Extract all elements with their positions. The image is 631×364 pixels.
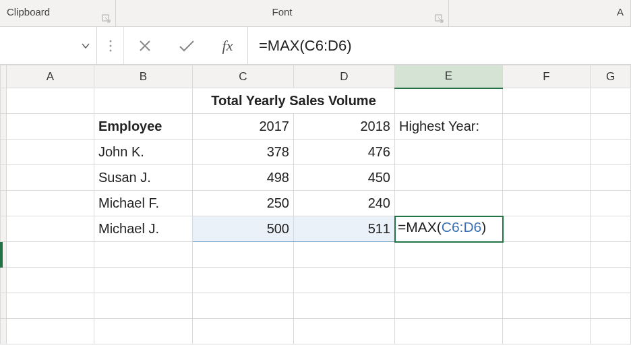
- cell[interactable]: [7, 140, 94, 165]
- cell[interactable]: 500: [193, 216, 294, 242]
- cell[interactable]: 511: [294, 216, 395, 242]
- ribbon-group-font[interactable]: Font: [116, 0, 449, 26]
- cell[interactable]: [591, 114, 631, 140]
- cell[interactable]: Michael J.: [94, 216, 193, 242]
- cell[interactable]: [94, 293, 193, 319]
- cell[interactable]: [591, 293, 631, 319]
- cell[interactable]: [7, 165, 94, 191]
- cell[interactable]: [503, 88, 591, 114]
- cell[interactable]: [503, 319, 591, 344]
- cell[interactable]: [395, 165, 503, 191]
- col-header-G[interactable]: G: [591, 65, 631, 88]
- col-header-C[interactable]: C: [193, 65, 294, 88]
- cell[interactable]: [294, 293, 395, 319]
- cancel-button[interactable]: [124, 27, 166, 64]
- cell[interactable]: 450: [294, 165, 395, 191]
- more-icon[interactable]: [97, 27, 124, 64]
- name-box[interactable]: [0, 27, 97, 64]
- cell[interactable]: [395, 140, 503, 165]
- cell[interactable]: Employee: [94, 114, 193, 140]
- col-header-F[interactable]: F: [503, 65, 591, 88]
- cell[interactable]: [94, 268, 193, 293]
- cell[interactable]: [395, 268, 503, 293]
- cell[interactable]: [591, 88, 631, 114]
- cell[interactable]: [395, 293, 503, 319]
- sheet-table[interactable]: A B C D E F G Total Yearly Sales Volume: [0, 65, 631, 344]
- row-header[interactable]: [1, 319, 7, 344]
- dialog-launcher-icon[interactable]: [435, 14, 444, 24]
- cell[interactable]: [7, 114, 94, 140]
- ribbon-group-alignment[interactable]: A: [449, 0, 631, 26]
- cell[interactable]: [94, 242, 193, 268]
- cell[interactable]: [503, 216, 591, 242]
- cell[interactable]: 2018: [294, 114, 395, 140]
- cell[interactable]: [395, 319, 503, 344]
- row-header[interactable]: [1, 191, 7, 216]
- col-header-D[interactable]: D: [294, 65, 395, 88]
- cell[interactable]: John K.: [94, 140, 193, 165]
- cell[interactable]: [591, 319, 631, 344]
- cell[interactable]: [7, 191, 94, 216]
- cell[interactable]: [94, 319, 193, 344]
- cell[interactable]: [7, 88, 94, 114]
- cell[interactable]: [503, 165, 591, 191]
- cell[interactable]: [591, 216, 631, 242]
- chevron-down-icon[interactable]: [82, 40, 90, 52]
- cell[interactable]: Susan J.: [94, 165, 193, 191]
- cell-editing[interactable]: =MAX(C6:D6): [395, 216, 503, 242]
- cell[interactable]: [591, 140, 631, 165]
- cell[interactable]: 378: [193, 140, 294, 165]
- cell[interactable]: [193, 242, 294, 268]
- col-header-B[interactable]: B: [94, 65, 193, 88]
- cell[interactable]: Michael F.: [94, 191, 193, 216]
- spreadsheet-grid[interactable]: A B C D E F G Total Yearly Sales Volume: [0, 65, 631, 344]
- cell[interactable]: [294, 319, 395, 344]
- cell[interactable]: [503, 293, 591, 319]
- cell[interactable]: [591, 268, 631, 293]
- row-header[interactable]: [1, 140, 7, 165]
- cell[interactable]: 240: [294, 191, 395, 216]
- enter-button[interactable]: [166, 27, 208, 64]
- cell[interactable]: [294, 268, 395, 293]
- dialog-launcher-icon[interactable]: [102, 14, 111, 24]
- cell[interactable]: [7, 293, 94, 319]
- cell[interactable]: [7, 268, 94, 293]
- insert-function-button[interactable]: fx: [208, 27, 248, 64]
- cell[interactable]: [503, 140, 591, 165]
- col-header-E[interactable]: E: [395, 65, 503, 88]
- cell[interactable]: Highest Year:: [395, 114, 503, 140]
- cell[interactable]: [7, 216, 94, 242]
- cell[interactable]: [503, 242, 591, 268]
- cell[interactable]: [503, 191, 591, 216]
- cell[interactable]: 476: [294, 140, 395, 165]
- row-header[interactable]: [1, 88, 7, 114]
- cell[interactable]: [503, 268, 591, 293]
- cell[interactable]: [294, 242, 395, 268]
- cell[interactable]: [193, 268, 294, 293]
- cell[interactable]: [591, 191, 631, 216]
- col-header-A[interactable]: A: [7, 65, 94, 88]
- row-header[interactable]: [1, 165, 7, 191]
- formula-input[interactable]: =MAX(C6:D6): [248, 27, 631, 64]
- cell[interactable]: [193, 319, 294, 344]
- cell[interactable]: [591, 165, 631, 191]
- cell[interactable]: [395, 191, 503, 216]
- cell-title[interactable]: Total Yearly Sales Volume: [193, 88, 395, 114]
- cell[interactable]: [94, 88, 193, 114]
- cell[interactable]: [503, 114, 591, 140]
- cell[interactable]: [193, 293, 294, 319]
- row-header[interactable]: [1, 216, 7, 242]
- row-header[interactable]: [1, 114, 7, 140]
- ribbon-group-clipboard[interactable]: Clipboard: [0, 0, 116, 26]
- select-all-corner[interactable]: [1, 65, 7, 88]
- cell[interactable]: [7, 242, 94, 268]
- cell[interactable]: [395, 242, 503, 268]
- row-header[interactable]: [1, 293, 7, 319]
- cell[interactable]: 498: [193, 165, 294, 191]
- row-header[interactable]: [1, 268, 7, 293]
- cell[interactable]: [7, 319, 94, 344]
- cell[interactable]: 2017: [193, 114, 294, 140]
- cell[interactable]: [591, 242, 631, 268]
- cell[interactable]: [395, 88, 503, 114]
- cell[interactable]: 250: [193, 191, 294, 216]
